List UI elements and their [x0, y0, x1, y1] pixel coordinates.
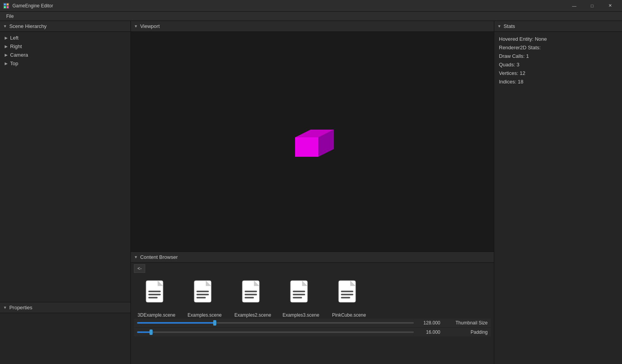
back-button[interactable]: <-: [134, 264, 145, 273]
thumbnail-slider-track[interactable]: [137, 322, 414, 324]
content-browser: ▼ Content Browser <-: [131, 251, 494, 364]
svg-rect-12: [196, 291, 209, 292]
hierarchy-top-label: Top: [10, 61, 18, 66]
padding-slider-track[interactable]: [137, 331, 414, 333]
svg-rect-13: [196, 294, 209, 295]
3d-cube-visual: [287, 126, 338, 168]
svg-rect-22: [293, 297, 302, 298]
file-name-examples3: Examples3.scene: [283, 312, 320, 318]
file-name-3dexample: 3DExample.scene: [137, 312, 175, 318]
file-item-examples2[interactable]: Examples2.scene: [233, 276, 272, 318]
thumbnail-slider-fill: [137, 322, 215, 324]
camera-expand-icon: ▶: [5, 53, 8, 57]
hierarchy-item-top[interactable]: ▶ Top: [0, 59, 130, 68]
svg-rect-16: [245, 291, 257, 292]
file-icon-bg-3: [235, 276, 270, 311]
svg-marker-4: [295, 137, 318, 157]
viewport-title: Viewport: [140, 23, 160, 29]
center-panel: ▼ Viewport ▼ Content Browser: [131, 21, 494, 364]
stat-draw-calls: Draw Calls: 1: [499, 52, 617, 61]
svg-rect-1: [7, 3, 9, 5]
menu-file[interactable]: File: [3, 13, 17, 20]
properties-panel: ▼ Properties: [0, 302, 130, 364]
viewport-header: ▼ Viewport: [131, 21, 494, 32]
stat-hovered-entity: Hovered Entity: None: [499, 35, 617, 43]
stats-title: Stats: [504, 23, 515, 29]
file-icon-bg-1: [139, 276, 174, 311]
hierarchy-item-left[interactable]: ▶ Left: [0, 33, 130, 42]
file-item-3dexample[interactable]: 3DExample.scene: [137, 276, 176, 318]
main-layout: ▼ Scene Hierarchy ▶ Left ▶ Right ▶ Camer…: [0, 21, 622, 364]
file-item-pinkcube[interactable]: PinkCube.scene: [330, 276, 368, 318]
scene-hierarchy-list: ▶ Left ▶ Right ▶ Camera ▶ Top: [0, 32, 130, 302]
top-expand-icon: ▶: [5, 61, 8, 66]
hierarchy-camera-label: Camera: [10, 52, 28, 58]
stat-renderer-label: Renderer2D Stats:: [499, 43, 617, 52]
content-browser-body: <- 3DExample.sc: [131, 263, 494, 338]
document-icon-1: [143, 280, 170, 307]
thumbnail-size-row: 128.000 Thumbnail Size: [134, 319, 491, 327]
titlebar: GameEngine Editor — □ ✕: [0, 0, 622, 12]
viewport-arrow: ▼: [134, 24, 138, 28]
file-icon-bg-2: [187, 276, 222, 311]
files-grid: 3DExample.scene: [134, 276, 491, 318]
window-controls: — □ ✕: [565, 0, 619, 12]
scene-hierarchy-arrow: ▼: [3, 24, 7, 28]
svg-rect-17: [245, 294, 257, 295]
padding-label: Padding: [445, 329, 488, 335]
svg-rect-0: [4, 3, 6, 5]
scene-hierarchy-header: ▼ Scene Hierarchy: [0, 21, 130, 32]
svg-rect-21: [293, 294, 305, 295]
thumbnail-slider-thumb[interactable]: [213, 320, 216, 326]
right-expand-icon: ▶: [5, 44, 8, 49]
minimize-button[interactable]: —: [565, 0, 583, 12]
stat-quads: Quads: 3: [499, 61, 617, 69]
stat-indices: Indices: 18: [499, 78, 617, 86]
file-item-examples3[interactable]: Examples3.scene: [281, 276, 320, 318]
file-item-examples[interactable]: Examples.scene: [185, 276, 224, 318]
file-icon-bg-4: [283, 276, 318, 311]
menubar: File: [0, 12, 622, 21]
padding-slider-thumb[interactable]: [149, 329, 153, 335]
hierarchy-left-label: Left: [10, 35, 19, 41]
left-panel: ▼ Scene Hierarchy ▶ Left ▶ Right ▶ Camer…: [0, 21, 131, 364]
svg-rect-25: [341, 294, 353, 295]
properties-title: Properties: [9, 305, 32, 310]
hierarchy-item-camera[interactable]: ▶ Camera: [0, 50, 130, 59]
document-icon-4: [287, 280, 314, 307]
file-name-examples: Examples.scene: [188, 312, 222, 318]
svg-rect-10: [148, 297, 158, 298]
svg-rect-9: [148, 294, 161, 295]
stats-body: Hovered Entity: None Renderer2D Stats: D…: [494, 32, 622, 90]
stat-vertices: Vertices: 12: [499, 69, 617, 78]
document-icon-5: [335, 280, 363, 307]
svg-rect-24: [341, 291, 353, 292]
thumbnail-size-label: Thumbnail Size: [445, 320, 488, 326]
svg-rect-3: [7, 6, 9, 8]
svg-rect-2: [4, 6, 6, 8]
file-icon-bg-5: [332, 276, 367, 311]
stats-panel: ▼ Stats Hovered Entity: None Renderer2D …: [494, 21, 622, 364]
svg-rect-20: [293, 291, 305, 292]
content-browser-header: ▼ Content Browser: [131, 252, 494, 263]
scene-hierarchy-title: Scene Hierarchy: [9, 23, 47, 29]
viewport-scene: [131, 32, 494, 251]
file-name-pinkcube: PinkCube.scene: [332, 312, 366, 318]
content-browser-title: Content Browser: [140, 254, 178, 260]
close-button[interactable]: ✕: [601, 0, 619, 12]
app-icon: [3, 3, 9, 9]
document-icon-2: [191, 280, 218, 307]
hierarchy-item-right[interactable]: ▶ Right: [0, 42, 130, 50]
viewport: ▼ Viewport: [131, 21, 494, 251]
content-browser-arrow: ▼: [134, 255, 138, 259]
maximize-button[interactable]: □: [583, 0, 601, 12]
hierarchy-right-label: Right: [10, 43, 22, 49]
stats-header: ▼ Stats: [494, 21, 622, 32]
file-name-examples2: Examples2.scene: [235, 312, 271, 318]
svg-rect-8: [148, 291, 161, 292]
svg-rect-14: [196, 297, 206, 298]
thumbnail-size-value: 128.000: [417, 320, 440, 326]
window-title: GameEngine Editor: [12, 3, 565, 9]
properties-header: ▼ Properties: [0, 302, 130, 313]
left-expand-icon: ▶: [5, 36, 8, 40]
